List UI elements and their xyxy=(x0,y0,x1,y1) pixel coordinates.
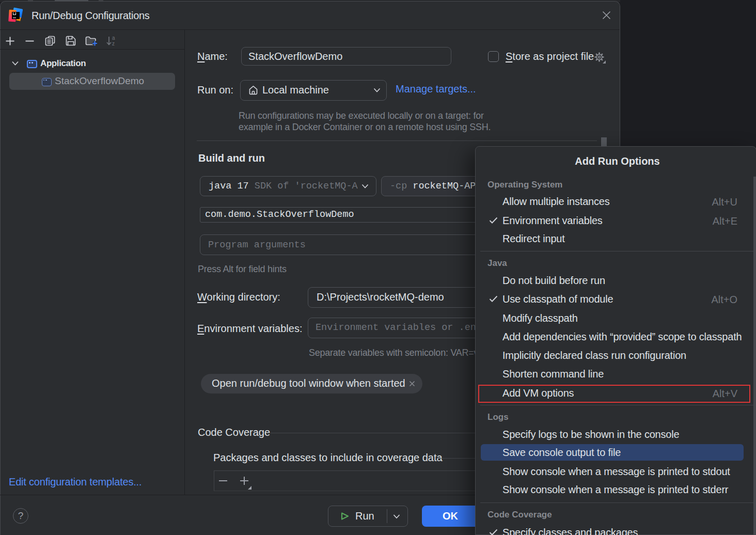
svg-text:a: a xyxy=(112,35,115,41)
svg-text:z: z xyxy=(112,41,115,46)
